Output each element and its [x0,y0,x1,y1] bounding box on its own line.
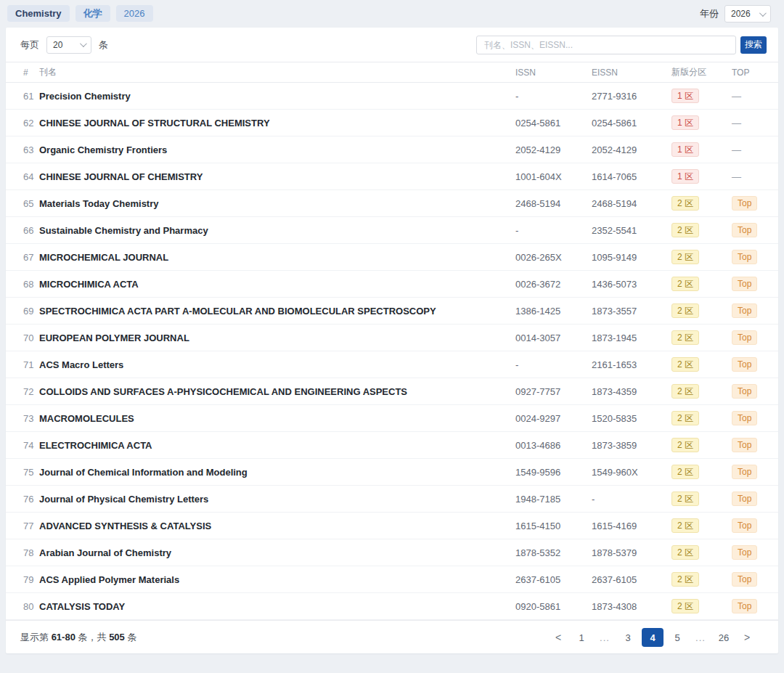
journal-name[interactable]: ACS Applied Polymer Materials [39,566,515,593]
pagination-next-icon[interactable]: > [738,628,756,647]
summary-prefix: 显示第 [20,632,49,643]
journal-name[interactable]: ELECTROCHIMICA ACTA [39,432,515,459]
zone-badge: 2 区 [671,599,699,613]
summary-mid: 条，共 [78,632,107,643]
row-number: 71 [6,351,39,378]
chevron-down-icon [759,9,767,17]
zone-badge: 2 区 [671,545,699,560]
zone-cell: 1 区 [671,110,732,136]
zone-cell: 2 区 [671,486,732,513]
top-cell: Top [732,539,778,566]
top-badge: Top [732,438,757,452]
pagination-page-3[interactable]: 3 [618,628,637,647]
journal-name[interactable]: ADVANCED SYNTHESIS & CATALYSIS [39,513,515,539]
journal-name[interactable]: MACROMOLECULES [39,405,515,432]
issn-value: - [515,83,592,110]
summary-range: 61-80 [52,632,75,643]
top-badge: Top [732,518,757,533]
issn-value: 0024-9297 [515,405,592,432]
pagination-prev-icon[interactable]: < [549,628,568,647]
eissn-value: 1878-5379 [592,539,671,566]
pagination: <1...345...26> [549,628,756,647]
tab-year-2026[interactable]: 2026 [116,5,153,22]
top-cell: Top [732,298,778,325]
top-cell: Top [732,378,778,405]
top-cell: Top [732,566,778,593]
row-number: 72 [6,378,39,405]
journal-name[interactable]: MICROCHIMICA ACTA [39,271,515,298]
zone-cell: 1 区 [671,83,732,110]
summary-suffix: 条 [127,632,136,643]
per-page-suffix: 条 [99,38,108,52]
journal-name[interactable]: SPECTROCHIMICA ACTA PART A-MOLECULAR AND… [39,298,515,325]
top-cell: Top [732,513,778,539]
column-header-index: # [6,62,39,83]
zone-badge: 2 区 [671,492,699,506]
journal-name[interactable]: Journal of Physical Chemistry Letters [39,486,515,513]
eissn-value: 1614-7065 [592,163,671,190]
zone-badge: 2 区 [671,572,699,587]
top-cell: Top [732,459,778,486]
row-number: 64 [6,163,39,190]
top-badge: Top [732,330,757,345]
row-number: 65 [6,190,39,217]
column-header-issn: ISSN [515,62,592,83]
journal-name[interactable]: Journal of Chemical Information and Mode… [39,459,515,486]
journal-name[interactable]: CATALYSIS TODAY [39,593,515,620]
journal-name[interactable]: Sustainable Chemistry and Pharmacy [39,217,515,244]
journal-name[interactable]: Organic Chemistry Frontiers [39,136,515,163]
search-input[interactable] [476,36,736,54]
tab-chemistry-cn[interactable]: 化学 [75,5,110,22]
top-cell: Top [732,351,778,378]
pagination-ellipsis: ... [595,628,614,647]
tab-chemistry[interactable]: Chemistry [7,5,70,22]
pagination-page-1[interactable]: 1 [572,628,591,647]
year-filter-label: 年份 [700,7,719,20]
row-number: 66 [6,217,39,244]
journal-name[interactable]: CHINESE JOURNAL OF CHEMISTRY [39,163,515,190]
top-badge: Top [732,465,757,479]
issn-value: - [515,217,592,244]
journal-name[interactable]: COLLOIDS AND SURFACES A-PHYSICOCHEMICAL … [39,378,515,405]
top-badge: Top [732,250,757,264]
journal-name[interactable]: Precision Chemistry [39,83,515,110]
top-tab-bar: Chemistry 化学 2026 年份 2026 [0,0,784,26]
per-page-select[interactable]: 20 [46,36,91,54]
zone-cell: 1 区 [671,163,732,190]
top-badge: Top [732,357,757,372]
pagination-page-26[interactable]: 26 [714,628,733,647]
pagination-page-4[interactable]: 4 [642,628,663,647]
top-badge: Top [732,303,757,318]
search-button[interactable]: 搜索 [740,36,767,54]
table-row: 77ADVANCED SYNTHESIS & CATALYSIS1615-415… [6,513,778,539]
zone-badge: 1 区 [671,115,699,130]
journal-name[interactable]: Materials Today Chemistry [39,190,515,217]
zone-cell: 2 区 [671,513,732,539]
row-number: 77 [6,513,39,539]
year-filter: 年份 2026 [700,5,771,23]
table-row: 71ACS Macro Letters-2161-16532 区Top [6,351,778,378]
top-cell: Top [732,405,778,432]
journal-name[interactable]: ACS Macro Letters [39,351,515,378]
zone-cell: 1 区 [671,136,732,163]
zone-badge: 2 区 [671,223,699,237]
per-page-control: 每页 20 条 [20,36,108,54]
journal-name[interactable]: MICROCHEMICAL JOURNAL [39,244,515,271]
journal-name[interactable]: CHINESE JOURNAL OF STRUCTURAL CHEMISTRY [39,110,515,136]
column-header-eissn: EISSN [592,62,671,83]
journal-name[interactable]: Arabian Journal of Chemistry [39,539,515,566]
zone-badge: 2 区 [671,518,699,533]
zone-cell: 2 区 [671,405,732,432]
eissn-value: 2637-6105 [592,566,671,593]
eissn-value: 2771-9316 [592,83,671,110]
journal-table-card: 每页 20 条 搜索 # 刊名 ISSN EISSN 新版分区 TOP [6,28,778,653]
top-cell: Top [732,217,778,244]
zone-badge: 1 区 [671,169,699,184]
pagination-page-5[interactable]: 5 [668,628,687,647]
issn-value: 0927-7757 [515,378,592,405]
year-select[interactable]: 2026 [724,5,771,23]
result-summary: 显示第 61-80 条，共 505 条 [20,631,136,644]
zone-cell: 2 区 [671,432,732,459]
journal-name[interactable]: EUROPEAN POLYMER JOURNAL [39,325,515,351]
eissn-value: 1615-4169 [592,513,671,539]
